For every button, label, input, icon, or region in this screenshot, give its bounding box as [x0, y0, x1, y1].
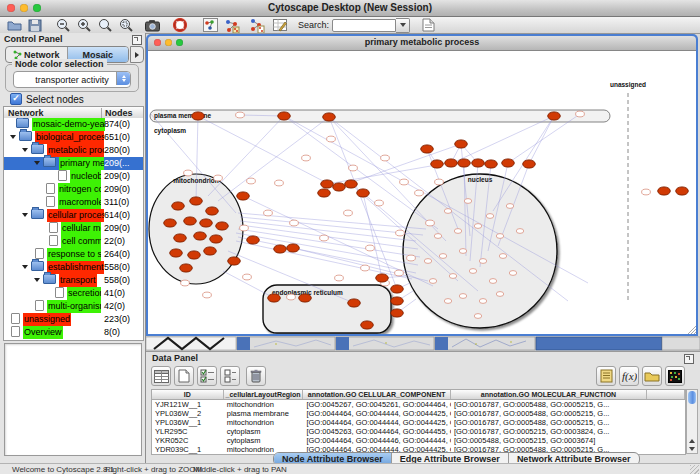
- network-node[interactable]: [496, 234, 503, 239]
- network-node[interactable]: [523, 160, 536, 168]
- table-row[interactable]: YLR295Ccytoplasm[GO:0045263, GO:0044464,…: [152, 427, 685, 436]
- network-node[interactable]: [172, 202, 185, 210]
- network-node[interactable]: [190, 197, 203, 205]
- network-canvas-svg[interactable]: plasma membranecytoplasmmitochondrionnuc…: [148, 51, 696, 334]
- canvas-resize-grip[interactable]: [688, 326, 696, 334]
- tree-row[interactable]: metabolic process280(0): [4, 144, 143, 157]
- scroll-down-button[interactable]: [687, 445, 697, 453]
- import-attributes-icon[interactable]: [642, 366, 662, 386]
- float-panel-icon[interactable]: [132, 35, 142, 45]
- network-node[interactable]: [194, 232, 207, 240]
- network-node[interactable]: [200, 219, 213, 227]
- network-node[interactable]: [184, 217, 197, 225]
- annotation-icon[interactable]: [272, 18, 288, 33]
- network-node[interactable]: [184, 170, 193, 176]
- network-node[interactable]: [489, 279, 496, 284]
- network-node[interactable]: [274, 245, 287, 253]
- import-network-icon[interactable]: [420, 18, 436, 33]
- network-node[interactable]: [395, 270, 404, 276]
- table-row[interactable]: YJR121W__1mitochondrion[GO:0045267, GO:0…: [152, 400, 685, 409]
- network-node[interactable]: [464, 199, 471, 204]
- network-node[interactable]: [247, 178, 256, 184]
- scroll-up-button[interactable]: [687, 437, 697, 445]
- network-node[interactable]: [278, 112, 291, 120]
- tree-row[interactable]: nucleobase-209(0): [4, 170, 143, 183]
- delete-attribute-icon[interactable]: [246, 366, 266, 386]
- network-node[interactable]: [506, 204, 513, 209]
- tree-expander-icon[interactable]: [10, 135, 16, 139]
- resize-grip[interactable]: [690, 465, 699, 474]
- node-color-dropdown[interactable]: transporter activity: [13, 71, 131, 88]
- tree-expander-icon[interactable]: [22, 265, 28, 269]
- tree-row[interactable]: cellular process614(0): [4, 209, 143, 222]
- table-row[interactable]: YPL036W__1mitochondrion[GO:0044464, GO:0…: [152, 418, 685, 427]
- network-node[interactable]: [318, 189, 331, 197]
- tree-row[interactable]: biological_process651(0): [4, 131, 143, 144]
- network-node[interactable]: [204, 247, 217, 255]
- network-node[interactable]: [206, 207, 219, 215]
- select-nodes-checkbox[interactable]: ✓: [10, 93, 22, 105]
- help-icon[interactable]: [172, 18, 188, 33]
- network-node[interactable]: [361, 321, 374, 329]
- tree-expander-icon[interactable]: [22, 148, 28, 152]
- network-node[interactable]: [236, 112, 245, 118]
- network-node[interactable]: [181, 280, 190, 286]
- network-node[interactable]: [502, 159, 515, 167]
- network-node[interactable]: [431, 160, 444, 168]
- network-node[interactable]: [349, 165, 358, 171]
- tree-col-network[interactable]: Network: [8, 108, 44, 118]
- network-node[interactable]: [509, 271, 516, 276]
- network-node[interactable]: [434, 234, 441, 239]
- search-dropdown-button[interactable]: [396, 18, 410, 33]
- network-node[interactable]: [444, 209, 451, 214]
- network-node[interactable]: [247, 236, 260, 244]
- network-node[interactable]: [214, 175, 223, 181]
- snapshot-icon[interactable]: [144, 18, 160, 33]
- zoom-fit-icon[interactable]: [97, 18, 113, 33]
- tab-overflow-button[interactable]: [130, 46, 144, 63]
- network-node[interactable]: [321, 180, 334, 188]
- network-node[interactable]: [345, 180, 358, 188]
- network-node[interactable]: [357, 189, 370, 197]
- network-node[interactable]: [429, 279, 436, 284]
- network-node[interactable]: [391, 285, 404, 293]
- network-node[interactable]: [454, 229, 461, 234]
- compartment-nucleus[interactable]: [403, 174, 557, 328]
- network-node[interactable]: [240, 225, 249, 231]
- network-node[interactable]: [170, 249, 183, 257]
- new-network-icon[interactable]: [224, 18, 240, 33]
- tree-expander-icon[interactable]: [34, 161, 40, 165]
- network-node[interactable]: [642, 189, 651, 195]
- network-from-selection-icon[interactable]: [249, 18, 265, 33]
- network-node[interactable]: [237, 192, 250, 200]
- network-node[interactable]: [323, 113, 336, 121]
- network-node[interactable]: [424, 259, 431, 264]
- tree-row[interactable]: secretion41(0): [4, 287, 143, 300]
- tree-row[interactable]: cell communicat22(0): [4, 235, 143, 248]
- network-node[interactable]: [459, 249, 466, 254]
- network-node[interactable]: [335, 275, 344, 281]
- zoom-in-icon[interactable]: [76, 18, 92, 33]
- tree-expander-icon[interactable]: [22, 213, 28, 217]
- tree-row[interactable]: response to stimulu264(0): [4, 248, 143, 261]
- network-node[interactable]: [174, 234, 187, 242]
- network-node[interactable]: [287, 244, 300, 252]
- network-node[interactable]: [458, 159, 471, 167]
- network-node[interactable]: [210, 235, 223, 243]
- network-node[interactable]: [268, 294, 281, 302]
- network-node[interactable]: [576, 111, 585, 117]
- tree-expander-icon[interactable]: [34, 278, 40, 282]
- function-builder-icon[interactable]: f(x): [619, 366, 639, 386]
- network-node[interactable]: [449, 274, 456, 279]
- tree-row[interactable]: primary metabo209(...: [4, 157, 143, 170]
- tree-row[interactable]: macromolecule311(0): [4, 196, 143, 209]
- notes-icon[interactable]: [596, 366, 616, 386]
- network-node[interactable]: [435, 179, 444, 185]
- table-row[interactable]: YPL036W__2plasma membrane[GO:0044464, GO…: [152, 409, 685, 418]
- table-column-header[interactable]: annotation.GO MOLECULAR_FUNCTION: [451, 390, 647, 399]
- network-node[interactable]: [203, 292, 212, 298]
- table-row[interactable]: YKR052Ccytoplasm[GO:0044464, GO:0044446,…: [152, 436, 685, 445]
- table-scrollbar[interactable]: [686, 389, 698, 454]
- network-node[interactable]: [366, 245, 375, 251]
- network-node[interactable]: [290, 220, 299, 226]
